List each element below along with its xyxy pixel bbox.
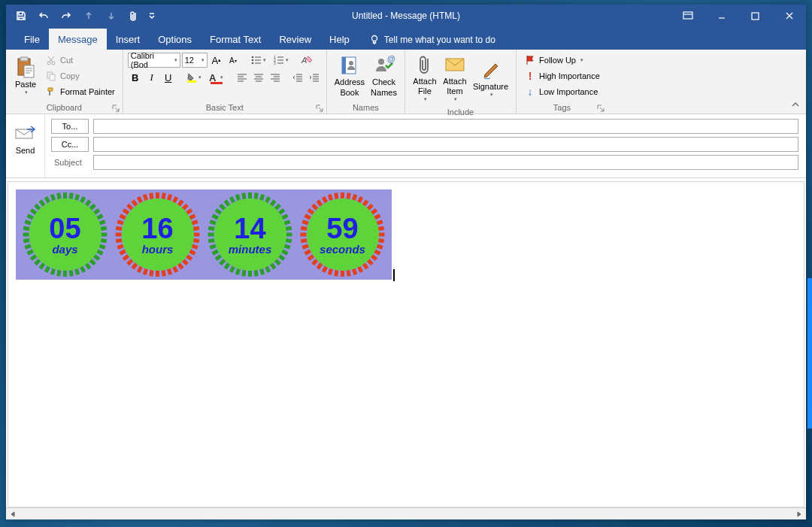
send-label: Send — [16, 146, 35, 155]
svg-point-6 — [47, 62, 50, 65]
grow-font-icon[interactable]: A▴ — [209, 53, 224, 68]
minimize-icon[interactable] — [704, 5, 738, 27]
send-button[interactable] — [12, 120, 39, 143]
ribbon-tabs: File Message Insert Options Format Text … — [6, 27, 806, 50]
svg-rect-19 — [342, 57, 346, 74]
font-size-selector[interactable]: 12▾ — [182, 53, 208, 68]
svg-text:A: A — [301, 56, 307, 65]
tell-me-search[interactable]: Tell me what you want to do — [365, 30, 500, 50]
save-icon[interactable] — [12, 7, 30, 25]
svg-point-21 — [378, 59, 384, 65]
countdown-hours: 16hours — [115, 192, 201, 277]
highlight-icon[interactable]: ▾ — [183, 70, 205, 85]
tab-file[interactable]: File — [15, 29, 49, 50]
countdown-widget: 05days16hours14minutes59seconds — [16, 189, 392, 280]
countdown-seconds-value: 59 — [326, 214, 358, 243]
outlook-compose-window: Untitled - Message (HTML) File Message I… — [6, 5, 806, 519]
flag-icon — [524, 54, 536, 66]
tab-review[interactable]: Review — [270, 29, 320, 50]
tab-options[interactable]: Options — [149, 29, 201, 50]
scroll-right-icon[interactable] — [794, 509, 804, 519]
tab-insert[interactable]: Insert — [107, 29, 150, 50]
underline-icon[interactable]: U — [161, 70, 176, 85]
italic-icon[interactable]: I — [144, 70, 159, 85]
bold-icon[interactable]: B — [128, 70, 143, 85]
tab-format-text[interactable]: Format Text — [201, 29, 270, 50]
cc-button[interactable]: Cc... — [51, 137, 89, 152]
countdown-minutes-label: minutes — [229, 243, 272, 256]
to-button[interactable]: To... — [51, 119, 89, 134]
signature-button[interactable]: Signature ▾ — [470, 56, 511, 100]
ribbon-group-include: AttachFile▾ AttachItem▾ Signature ▾ Incl… — [405, 50, 517, 114]
redo-icon[interactable] — [57, 7, 75, 25]
tab-help[interactable]: Help — [320, 29, 359, 50]
svg-rect-4 — [20, 57, 28, 61]
numbering-icon[interactable]: 123▾ — [271, 53, 292, 68]
attach-icon[interactable] — [125, 7, 143, 25]
svg-text:@: @ — [387, 55, 395, 63]
ribbon-group-clipboard: Paste ▾ Cut Copy Format Painter — [6, 50, 123, 114]
font-name-selector[interactable]: Calibri (Bod▾ — [128, 53, 180, 68]
attach-item-button[interactable]: AttachItem▾ — [440, 51, 470, 104]
tab-message[interactable]: Message — [49, 29, 107, 50]
svg-point-12 — [251, 62, 253, 65]
shrink-font-icon[interactable]: A▾ — [226, 53, 241, 68]
follow-up-button[interactable]: Follow Up▾ — [521, 53, 603, 68]
exclamation-icon: ! — [524, 70, 536, 82]
ribbon-display-icon[interactable] — [671, 5, 704, 27]
collapse-ribbon-icon[interactable] — [791, 100, 801, 111]
titlebar: Untitled - Message (HTML) — [6, 5, 806, 27]
address-book-button[interactable]: AddressBook — [332, 52, 368, 98]
check-names-button[interactable]: @ CheckNames — [368, 52, 400, 98]
decorative-strip — [807, 278, 812, 429]
clear-formatting-icon[interactable]: A — [299, 53, 314, 68]
svg-rect-9 — [50, 74, 55, 80]
check-names-icon: @ — [372, 53, 396, 77]
message-body[interactable]: 05days16hours14minutes59seconds — [8, 181, 804, 507]
cut-button[interactable]: Cut — [42, 53, 118, 68]
horizontal-scrollbar[interactable] — [6, 507, 806, 519]
maximize-icon[interactable] — [738, 5, 772, 27]
up-arrow-icon[interactable] — [80, 7, 98, 25]
group-label-clipboard: Clipboard — [6, 101, 123, 114]
qat-dropdown-icon[interactable] — [147, 7, 156, 25]
align-center-icon[interactable] — [251, 70, 266, 85]
pen-icon — [479, 58, 503, 82]
countdown-minutes-value: 14 — [234, 214, 265, 243]
format-painter-button[interactable]: Format Painter — [42, 84, 118, 99]
bullets-icon[interactable]: ▾ — [248, 53, 269, 68]
scissors-icon — [45, 54, 57, 66]
svg-rect-1 — [752, 13, 759, 20]
dialog-launcher-icon[interactable] — [316, 104, 323, 112]
align-left-icon[interactable] — [235, 70, 250, 85]
font-color-icon[interactable]: A▾ — [206, 70, 227, 85]
close-icon[interactable] — [772, 5, 806, 27]
ribbon-group-tags: Follow Up▾ ! High Importance ↓ Low Impor… — [517, 50, 607, 114]
high-importance-button[interactable]: ! High Importance — [521, 68, 603, 83]
send-column: Send — [6, 114, 45, 177]
paste-button[interactable]: Paste ▾ — [11, 54, 41, 98]
cc-input[interactable] — [93, 137, 798, 152]
group-label-basic-text: Basic Text — [123, 101, 326, 114]
low-importance-button[interactable]: ↓ Low Importance — [521, 84, 603, 99]
message-header: Send To... Cc... Subject — [6, 114, 806, 178]
svg-point-11 — [251, 59, 253, 62]
paintbrush-icon — [45, 86, 57, 98]
to-input[interactable] — [93, 119, 798, 134]
subject-input[interactable] — [93, 155, 798, 170]
countdown-seconds-label: seconds — [320, 243, 365, 256]
countdown-days-label: days — [52, 243, 77, 256]
increase-indent-icon[interactable] — [307, 70, 322, 85]
decrease-indent-icon[interactable] — [290, 70, 305, 85]
dialog-launcher-icon[interactable] — [112, 104, 120, 112]
attach-file-button[interactable]: AttachFile▾ — [410, 51, 440, 104]
svg-point-10 — [251, 56, 253, 59]
align-right-icon[interactable] — [268, 70, 283, 85]
down-arrow-icon[interactable] — [102, 7, 120, 25]
undo-icon[interactable] — [35, 7, 53, 25]
scroll-left-icon[interactable] — [8, 509, 18, 519]
dialog-launcher-icon[interactable] — [597, 104, 604, 112]
copy-button[interactable]: Copy — [42, 68, 118, 83]
svg-text:3: 3 — [274, 61, 276, 65]
group-label-names: Names — [327, 101, 404, 114]
